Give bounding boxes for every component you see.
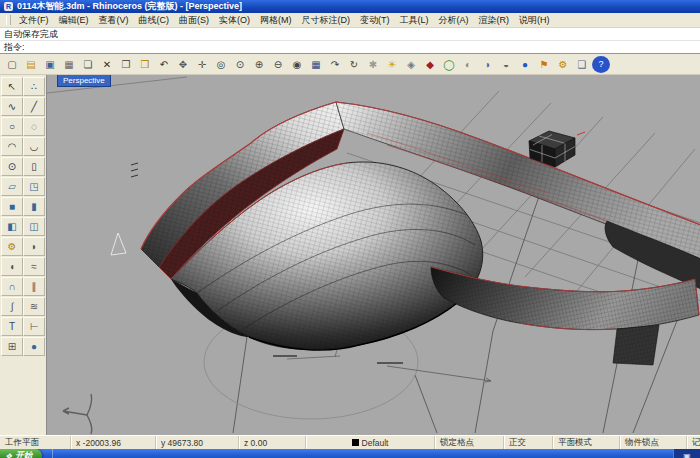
render-book-button[interactable]: ◆ bbox=[421, 56, 439, 73]
annotate-flag-button[interactable]: ⚑ bbox=[535, 56, 553, 73]
menu-item-8[interactable]: 变动(T) bbox=[355, 14, 395, 27]
shaded-view-button[interactable]: ◐ bbox=[459, 56, 477, 73]
zoom-out-button[interactable]: ⊖ bbox=[269, 56, 287, 73]
move-button[interactable]: ✛ bbox=[193, 56, 211, 73]
open-file-button[interactable]: ▤ bbox=[22, 56, 40, 73]
menu-item-1[interactable]: 编辑(E) bbox=[54, 14, 94, 27]
viewport-layout-button[interactable]: ▦ bbox=[307, 56, 325, 73]
zoom-dynamic-button[interactable]: ◎ bbox=[212, 56, 230, 73]
status-history[interactable]: 记录建构历史 bbox=[687, 436, 700, 449]
menu-grip bbox=[6, 15, 11, 25]
quick-launch-area bbox=[42, 449, 53, 458]
array-tool[interactable]: ⊞ bbox=[1, 337, 23, 356]
menu-item-4[interactable]: 曲面(S) bbox=[174, 14, 214, 27]
start-label: 开始 bbox=[15, 450, 32, 458]
fillet-tool[interactable]: ◗ bbox=[23, 237, 45, 256]
ellipse-tool[interactable]: ◌ bbox=[23, 117, 45, 136]
triangle-marker bbox=[111, 233, 126, 255]
pan-view-button[interactable]: ✥ bbox=[174, 56, 192, 73]
menu-item-11[interactable]: 渲染(R) bbox=[474, 14, 515, 27]
zoom-window-button[interactable]: ⊙ bbox=[231, 56, 249, 73]
window-cascade-button[interactable]: ❑ bbox=[573, 56, 591, 73]
start-button[interactable]: ❖ 开始 bbox=[0, 449, 42, 458]
undo-view-button[interactable]: ↷ bbox=[326, 56, 344, 73]
windows-logo-icon: ❖ bbox=[5, 452, 12, 458]
zoom-extents-button[interactable]: ◉ bbox=[288, 56, 306, 73]
pipe-tool[interactable]: ◫ bbox=[23, 217, 45, 236]
copy-button[interactable]: ❐ bbox=[117, 56, 135, 73]
osnap-link-button[interactable]: ✱ bbox=[364, 56, 382, 73]
plane-tool[interactable]: ◳ bbox=[23, 177, 45, 196]
undo-button[interactable]: ↶ bbox=[155, 56, 173, 73]
status-osnap-label: 物件锁点 bbox=[625, 437, 659, 449]
print-button[interactable]: ▦ bbox=[60, 56, 78, 73]
conic-tool[interactable]: ◡ bbox=[23, 137, 45, 156]
menu-item-5[interactable]: 实体(O) bbox=[214, 14, 255, 27]
options-gear-button[interactable]: ⚙ bbox=[554, 56, 572, 73]
menu-item-7[interactable]: 尺寸标注(D) bbox=[297, 14, 356, 27]
zoom-in-button[interactable]: ⊕ bbox=[250, 56, 268, 73]
xray-view-button[interactable]: ◒ bbox=[497, 56, 515, 73]
arc-tool[interactable]: ◠ bbox=[1, 137, 23, 156]
lock-button[interactable]: ◈ bbox=[402, 56, 420, 73]
curve-tool[interactable]: ∿ bbox=[1, 97, 23, 116]
cylinder-tool[interactable]: ▮ bbox=[23, 197, 45, 216]
delete-button[interactable]: ✕ bbox=[98, 56, 116, 73]
sweep-tool[interactable]: ∫ bbox=[1, 297, 23, 316]
viewport-canvas[interactable] bbox=[47, 75, 700, 435]
command-area: 自动保存完成 指令: bbox=[0, 28, 700, 54]
extrude-tool[interactable]: ◧ bbox=[1, 217, 23, 236]
viewport-perspective[interactable]: Perspective bbox=[46, 75, 700, 435]
surface-band-lower-right bbox=[431, 267, 699, 365]
menu-item-2[interactable]: 查看(V) bbox=[94, 14, 134, 27]
text-tool[interactable]: T bbox=[1, 317, 23, 336]
sphere-tool[interactable]: ● bbox=[23, 337, 45, 356]
section-marks bbox=[131, 163, 138, 177]
boolean-tool[interactable]: ⚙ bbox=[1, 237, 23, 256]
menu-item-6[interactable]: 网格(M) bbox=[255, 14, 297, 27]
surface-tool[interactable]: ▱ bbox=[1, 177, 23, 196]
command-prompt-input[interactable]: 指令: bbox=[0, 41, 700, 53]
system-tray[interactable]: ▣ bbox=[673, 449, 700, 458]
rendered-view-button[interactable]: ● bbox=[516, 56, 534, 73]
help-button[interactable]: ? bbox=[592, 56, 610, 73]
viewport-tab-perspective[interactable]: Perspective bbox=[57, 75, 111, 87]
menu-item-3[interactable]: 曲线(C) bbox=[134, 14, 175, 27]
windows-taskbar: ❖ 开始 ▣ bbox=[0, 449, 700, 458]
polyline-tool[interactable]: ╱ bbox=[23, 97, 45, 116]
menu-item-12[interactable]: 说明(H) bbox=[514, 14, 555, 27]
paste-button[interactable]: ❒ bbox=[136, 56, 154, 73]
status-cplane[interactable]: 工作平面 bbox=[0, 436, 71, 449]
select-arrow-tool[interactable]: ↖ bbox=[1, 77, 23, 96]
status-history-label: 记录建构历史 bbox=[692, 437, 700, 449]
properties-button[interactable]: ❏ bbox=[79, 56, 97, 73]
blend-tool[interactable]: ≈ bbox=[23, 257, 45, 276]
rotate-view-button[interactable]: ↻ bbox=[345, 56, 363, 73]
point-tool[interactable]: ⊙ bbox=[1, 157, 23, 176]
status-z-label: z 0.00 bbox=[244, 438, 267, 448]
loft-tool[interactable]: ≋ bbox=[23, 297, 45, 316]
control-points-tool[interactable]: ∴ bbox=[23, 77, 45, 96]
circle-tool[interactable]: ○ bbox=[1, 117, 23, 136]
color-wheel-button[interactable]: ◯ bbox=[440, 56, 458, 73]
menu-item-0[interactable]: 文件(F) bbox=[14, 14, 54, 27]
status-osnap[interactable]: 物件锁点 bbox=[620, 436, 687, 449]
offset-tool[interactable]: ∥ bbox=[23, 277, 45, 296]
new-file-button[interactable]: ▢ bbox=[3, 56, 21, 73]
lamp-button[interactable]: ☀ bbox=[383, 56, 401, 73]
status-bar: 工作平面x -20003.96y 49673.80z 0.00Default锁定… bbox=[0, 435, 700, 449]
ghosted-view-button[interactable]: ◑ bbox=[478, 56, 496, 73]
rectangle-tool[interactable]: ▯ bbox=[23, 157, 45, 176]
dimension-tool[interactable]: ⊢ bbox=[23, 317, 45, 336]
drape-tool[interactable]: ∩ bbox=[1, 277, 23, 296]
box-tool[interactable]: ■ bbox=[1, 197, 23, 216]
save-button[interactable]: ▣ bbox=[41, 56, 59, 73]
menu-item-10[interactable]: 分析(A) bbox=[434, 14, 474, 27]
menu-item-9[interactable]: 工具(L) bbox=[395, 14, 434, 27]
chamfer-tool[interactable]: ◖ bbox=[1, 257, 23, 276]
status-planar[interactable]: 平面模式 bbox=[553, 436, 620, 449]
status-snap[interactable]: 锁定格点 bbox=[435, 436, 504, 449]
title-bar: R 0114木智能.3dm - Rhinoceros (完整版) - [Pers… bbox=[0, 0, 700, 13]
status-ortho[interactable]: 正交 bbox=[504, 436, 553, 449]
status-layer[interactable]: Default bbox=[306, 436, 435, 449]
